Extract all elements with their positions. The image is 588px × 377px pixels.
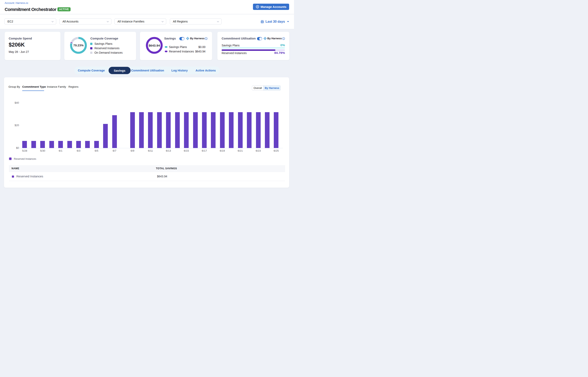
svg-text:79.23%: 79.23% [73, 44, 84, 47]
svg-text:$643.94: $643.94 [149, 44, 160, 47]
